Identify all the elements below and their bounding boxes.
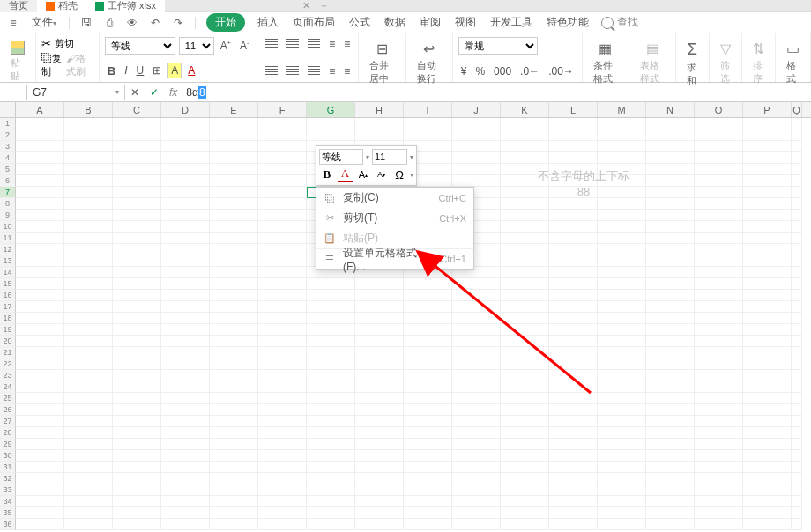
cell-P18[interactable] bbox=[743, 313, 792, 324]
cell-B2[interactable] bbox=[64, 129, 113, 141]
table-style-button[interactable]: ▤表格样式 bbox=[635, 37, 670, 89]
cell-F31[interactable] bbox=[258, 462, 307, 473]
cell-G27[interactable] bbox=[307, 416, 355, 427]
cell-G21[interactable] bbox=[307, 347, 355, 358]
border-button[interactable]: ⊞ bbox=[150, 63, 164, 78]
cell-N17[interactable] bbox=[646, 301, 695, 313]
cell-A21[interactable] bbox=[16, 347, 64, 358]
cell-I28[interactable] bbox=[404, 427, 452, 439]
cell-E11[interactable] bbox=[210, 233, 258, 244]
cell-P4[interactable] bbox=[743, 152, 792, 164]
cell-B30[interactable] bbox=[64, 450, 113, 462]
cell-B26[interactable] bbox=[64, 404, 113, 416]
cell-J1[interactable] bbox=[452, 118, 501, 129]
row-header-32[interactable]: 32 bbox=[0, 473, 16, 484]
cell-C28[interactable] bbox=[113, 427, 161, 439]
cell-C9[interactable] bbox=[113, 210, 161, 221]
italic-button[interactable]: I bbox=[122, 63, 130, 78]
cell-Q24[interactable] bbox=[792, 381, 802, 393]
cell-B6[interactable] bbox=[64, 175, 113, 187]
cell-D23[interactable] bbox=[161, 370, 210, 381]
cell-I22[interactable] bbox=[404, 358, 452, 370]
cell-C4[interactable] bbox=[113, 152, 161, 164]
cell-P29[interactable] bbox=[743, 439, 792, 450]
row-header-6[interactable]: 6 bbox=[0, 175, 16, 187]
cell-L11[interactable] bbox=[549, 233, 598, 244]
cell-E21[interactable] bbox=[210, 347, 258, 358]
cell-D14[interactable] bbox=[161, 267, 210, 278]
cell-P24[interactable] bbox=[743, 381, 792, 393]
cell-P35[interactable] bbox=[743, 507, 792, 519]
filter-button[interactable]: ▽筛选 bbox=[715, 37, 736, 89]
cell-P32[interactable] bbox=[743, 473, 792, 484]
cell-I20[interactable] bbox=[404, 336, 452, 347]
cell-A16[interactable] bbox=[16, 290, 64, 301]
cell-N19[interactable] bbox=[646, 324, 695, 336]
cell-N14[interactable] bbox=[646, 267, 695, 278]
cell-D16[interactable] bbox=[161, 290, 210, 301]
cell-P12[interactable] bbox=[743, 244, 792, 255]
cell-Q6[interactable] bbox=[792, 175, 802, 187]
bold-button[interactable]: B bbox=[105, 63, 118, 78]
mini-symbol-drop[interactable]: ▾ bbox=[410, 171, 413, 179]
cell-G24[interactable] bbox=[307, 381, 355, 393]
cell-I30[interactable] bbox=[404, 450, 452, 462]
cell-M26[interactable] bbox=[598, 404, 646, 416]
cell-P15[interactable] bbox=[743, 278, 792, 290]
cell-K36[interactable] bbox=[501, 519, 549, 530]
cell-L34[interactable] bbox=[549, 496, 598, 507]
cell-O20[interactable] bbox=[695, 336, 743, 347]
cell-C31[interactable] bbox=[113, 462, 161, 473]
row-header-9[interactable]: 9 bbox=[0, 210, 16, 221]
cell-D29[interactable] bbox=[161, 439, 210, 450]
cell-J30[interactable] bbox=[452, 450, 501, 462]
cell-L23[interactable] bbox=[549, 370, 598, 381]
font-color-button[interactable]: A bbox=[185, 63, 197, 78]
cell-B21[interactable] bbox=[64, 347, 113, 358]
cell-D33[interactable] bbox=[161, 484, 210, 496]
cell-O13[interactable] bbox=[695, 255, 743, 267]
cell-M16[interactable] bbox=[598, 290, 646, 301]
cell-K4[interactable] bbox=[501, 152, 549, 164]
cell-O12[interactable] bbox=[695, 244, 743, 255]
cell-Q11[interactable] bbox=[792, 233, 802, 244]
cell-N8[interactable] bbox=[646, 198, 695, 210]
cell-A12[interactable] bbox=[16, 244, 64, 255]
cell-B20[interactable] bbox=[64, 336, 113, 347]
cell-C6[interactable] bbox=[113, 175, 161, 187]
cell-A3[interactable] bbox=[16, 141, 64, 152]
cell-L29[interactable] bbox=[549, 439, 598, 450]
sum-button[interactable]: Σ求和 bbox=[681, 37, 703, 91]
row-header-24[interactable]: 24 bbox=[0, 381, 16, 393]
row-header-1[interactable]: 1 bbox=[0, 118, 16, 129]
cell-P30[interactable] bbox=[743, 450, 792, 462]
cell-M33[interactable] bbox=[598, 484, 646, 496]
cell-E26[interactable] bbox=[210, 404, 258, 416]
cell-N30[interactable] bbox=[646, 450, 695, 462]
cell-D34[interactable] bbox=[161, 496, 210, 507]
cell-M35[interactable] bbox=[598, 507, 646, 519]
cell-D5[interactable] bbox=[161, 164, 210, 175]
cell-D26[interactable] bbox=[161, 404, 210, 416]
cell-Q28[interactable] bbox=[792, 427, 802, 439]
cell-F3[interactable] bbox=[258, 141, 307, 152]
cell-M24[interactable] bbox=[598, 381, 646, 393]
row-header-10[interactable]: 10 bbox=[0, 221, 16, 233]
cell-F27[interactable] bbox=[258, 416, 307, 427]
cell-G17[interactable] bbox=[307, 301, 355, 313]
cell-H27[interactable] bbox=[355, 416, 404, 427]
cell-E4[interactable] bbox=[210, 152, 258, 164]
cell-N36[interactable] bbox=[646, 519, 695, 530]
cell-A31[interactable] bbox=[16, 462, 64, 473]
cell-H28[interactable] bbox=[355, 427, 404, 439]
cell-J33[interactable] bbox=[452, 484, 501, 496]
cell-H33[interactable] bbox=[355, 484, 404, 496]
cell-I1[interactable] bbox=[404, 118, 452, 129]
cell-E28[interactable] bbox=[210, 427, 258, 439]
cell-K20[interactable] bbox=[501, 336, 549, 347]
cell-O28[interactable] bbox=[695, 427, 743, 439]
confirm-edit-button[interactable]: ✓ bbox=[145, 86, 164, 99]
row-header-30[interactable]: 30 bbox=[0, 450, 16, 462]
cell-K16[interactable] bbox=[501, 290, 549, 301]
cell-A27[interactable] bbox=[16, 416, 64, 427]
